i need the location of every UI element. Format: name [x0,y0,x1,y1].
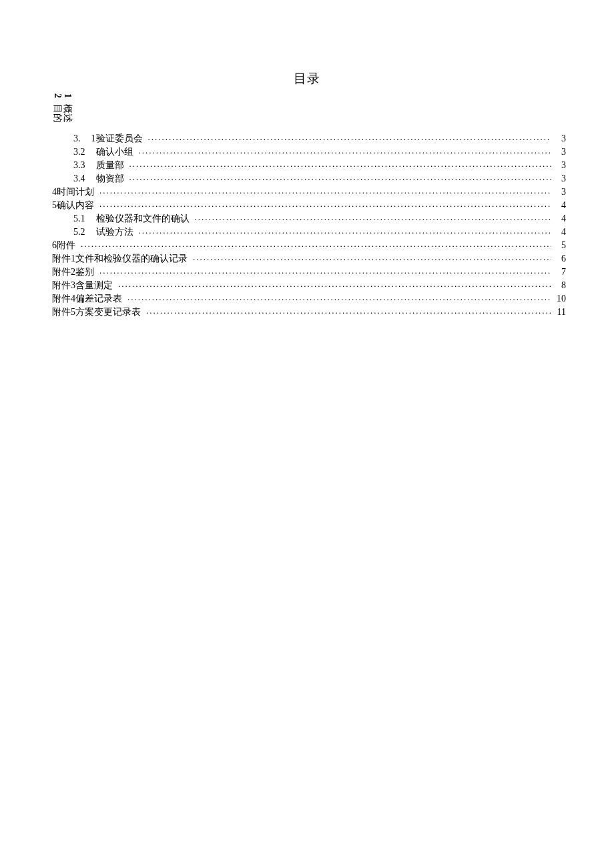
toc-page: 7 [554,267,566,278]
rotated-toc-header: 1 概述 2 目的 [53,93,72,123]
toc-leader [146,306,551,315]
toc-page: 3 [554,160,566,171]
rotated-row: 2 目的 [53,93,62,123]
toc-number: 3.3 [73,160,85,171]
toc-page: 3 [554,147,566,157]
toc-text: 6附件 [52,240,75,252]
toc-text: 4时间计划 [52,186,94,198]
toc-entry: 6附件 5 [52,239,566,252]
rotated-num: 1 [63,93,72,101]
toc-text: 试验方法 [96,226,133,238]
toc-leader [99,199,551,208]
toc-leader [129,159,552,168]
toc-page: 4 [554,200,566,211]
toc-text: 检验仪器和文件的确认 [96,213,190,225]
toc-entry: 4时间计划 3 [52,185,566,199]
toc-leader [99,266,551,275]
rotated-num: 2 [53,93,62,101]
toc-number: 5.2 [73,227,85,238]
document-page: 目录 1 概述 2 目的 3. 1验证委员会 3 3.2 确认小组 3 3.3 … [0,0,614,868]
toc-page: 4 [554,213,566,224]
toc-entry: 附件4偏差记录表 10 [52,292,566,306]
toc-entry: 5.1 检验仪器和文件的确认 4 [52,212,566,226]
toc-number: 5.1 [73,213,85,224]
toc-leader [148,132,552,141]
toc-leader [129,172,552,181]
toc-leader [118,279,551,288]
toc-page: 3 [554,187,566,197]
toc-page: 6 [554,254,566,264]
toc-text: 附件1文件和检验仪器的确认记录 [52,253,188,265]
toc-entry: 附件1文件和检验仪器的确认记录 6 [52,252,566,266]
toc-page: 10 [554,294,566,304]
toc-leader [99,185,551,195]
toc-page: 11 [554,307,566,318]
rotated-text: 目的 [53,104,62,123]
rotated-row: 1 概述 [63,93,72,123]
toc-entry: 5.2 试验方法 4 [52,226,566,239]
toc-entry: 附件3含量测定 8 [52,279,566,292]
toc-leader [81,239,551,248]
toc-entry: 3. 1验证委员会 3 [52,132,566,145]
toc-page: 5 [554,240,566,251]
toc-entry: 附件2鉴别 7 [52,266,566,279]
toc-entry: 附件5方案变更记录表 11 [52,306,566,319]
toc-text: 附件2鉴别 [52,266,94,278]
toc-entry: 3.4 物资部 3 [52,172,566,185]
toc-text: 质量部 [96,159,124,171]
rotated-text: 概述 [63,104,72,123]
toc-leader [139,226,552,235]
toc-leader [127,292,551,302]
toc-number: 3.4 [73,173,85,184]
toc-text: 附件4偏差记录表 [52,293,122,305]
toc-leader [193,252,551,262]
toc-entry: 3.3 质量部 3 [52,159,566,172]
toc-page: 4 [554,227,566,238]
toc-page: 3 [554,173,566,184]
toc-text: 附件5方案变更记录表 [52,306,141,318]
toc-leader [139,145,552,155]
toc-number: 3.2 [73,147,85,157]
toc-entry: 5确认内容 4 [52,199,566,212]
toc-entry: 3.2 确认小组 3 [52,145,566,159]
toc-number: 3. [73,133,81,144]
table-of-contents: 3. 1验证委员会 3 3.2 确认小组 3 3.3 质量部 3 3.4 物资部… [52,132,566,319]
page-title: 目录 [0,70,614,87]
toc-text: 附件3含量测定 [52,280,113,292]
toc-page: 3 [554,133,566,144]
toc-text: 1验证委员会 [91,133,143,145]
toc-text: 5确认内容 [52,199,94,211]
toc-leader [195,212,552,222]
toc-text: 确认小组 [96,146,133,158]
toc-page: 8 [554,280,566,291]
toc-text: 物资部 [96,173,124,185]
